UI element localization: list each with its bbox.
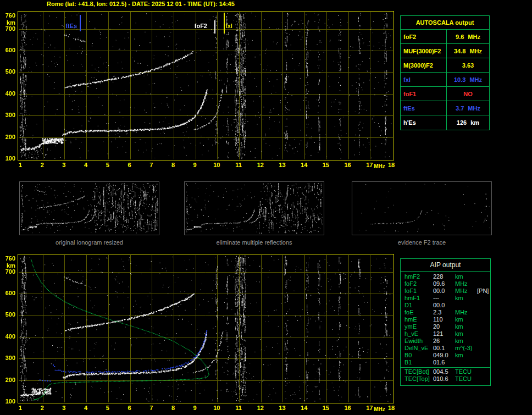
aip-unit: m^(-3) <box>455 345 477 352</box>
bottom-x-tick-10: 10 <box>211 405 222 411</box>
top-y-tick-100: 100 <box>1 155 15 162</box>
bottom-x-tick-11: 11 <box>233 405 244 411</box>
station-date-title: Rome (lat: +41.8, lon: 012.5) - DATE: 20… <box>47 1 235 7</box>
autoscala-row-label: ftEs <box>401 101 447 115</box>
aip-row-Ewidth: Ewidth26km <box>401 337 490 345</box>
aip-value: 00.0 <box>433 287 455 295</box>
aip-unit: km <box>455 330 477 337</box>
aip-row-TEC[Top]: TEC[Top]010.6TECU <box>401 375 490 383</box>
top-x-tick-1: 1 <box>15 162 26 168</box>
aip-label: hmE <box>404 316 433 323</box>
bottom-y-tick-760: 760 <box>1 255 15 262</box>
aip-row-B1: B101.6 <box>401 359 490 366</box>
autoscala-row-foF2: foF29.6MHz <box>401 30 489 44</box>
aip-output-table: AIP output hmF2228kmfoF209.6MHzfoF100.0M… <box>400 258 491 386</box>
bottom-x-tick-18: 18 <box>386 405 397 411</box>
aip-label: ymE <box>404 323 433 330</box>
aip-unit: km <box>455 316 477 323</box>
aip-row-hmE: hmE110km <box>401 316 490 323</box>
aip-label: hmF2 <box>404 273 433 280</box>
autoscala-output-table: AUTOSCALA output foF29.6MHzMUF(3000)F234… <box>400 15 490 130</box>
aip-label: h_vE <box>404 330 433 337</box>
bottom-x-tick-7: 7 <box>146 405 157 411</box>
top-x-tick-3: 3 <box>58 162 69 168</box>
autoscala-row-label: M(3000)F2 <box>401 58 447 72</box>
top-x-tick-11: 11 <box>233 162 244 168</box>
aip-unit: km <box>455 273 477 280</box>
bottom-x-tick-13: 13 <box>276 405 287 411</box>
aip-unit: TECU <box>455 375 477 383</box>
aip-label: DelN_vE <box>404 345 433 352</box>
aip-label: B0 <box>404 352 433 359</box>
aip-unit: km <box>455 352 477 359</box>
thumbnail-caption-eliminate: eliminate multiple reflections <box>184 239 324 246</box>
aip-row-B0: B0049.0km <box>401 352 490 359</box>
fxi-marker-label: fxI <box>225 23 247 29</box>
autoscala-row-fxI: fxI10.3MHz <box>401 73 489 87</box>
aip-unit <box>455 359 477 366</box>
autoscala-row-label: MUF(3000)F2 <box>401 44 447 58</box>
top-x-tick-8: 8 <box>168 162 179 168</box>
aip-unit: MHz <box>455 309 477 316</box>
top-x-tick-15: 15 <box>320 162 331 168</box>
top-x-tick-5: 5 <box>102 162 113 168</box>
aip-value: 2.3 <box>433 309 455 316</box>
autoscala-row-value: 3.7MHz <box>447 101 489 115</box>
autoscala-row-M(3000)F2: M(3000)F23.63 <box>401 58 489 73</box>
bottom-x-tick-4: 4 <box>80 405 91 411</box>
autoscala-row-MUF(3000)F2: MUF(3000)F234.8MHz <box>401 44 489 58</box>
autoscala-app-screen: Rome (lat: +41.8, lon: 012.5) - DATE: 20… <box>0 0 532 415</box>
aip-extra: [PN] <box>477 287 489 295</box>
aip-row-hmF2: hmF2228km <box>401 273 490 280</box>
autoscala-row-value: NO <box>447 87 489 101</box>
aip-row-hmF1: hmF1---km <box>401 295 490 302</box>
autoscala-row-value: 3.63 <box>447 58 489 72</box>
fof2-marker-label: foF2 <box>176 23 207 29</box>
top-y-tick-500: 500 <box>1 68 15 75</box>
autoscala-row-value: 10.3MHz <box>447 73 489 86</box>
bottom-ionogram-plot <box>18 254 394 403</box>
bottom-x-axis-unit: MHz <box>374 406 385 412</box>
top-ionogram-plot <box>18 11 394 161</box>
aip-value: 09.6 <box>433 280 455 287</box>
bottom-y-tick-100: 100 <box>1 398 15 405</box>
bottom-x-tick-5: 5 <box>102 405 113 411</box>
top-x-tick-12: 12 <box>255 162 266 168</box>
thumbnail-caption-original: original ionogram resized <box>19 239 159 246</box>
aip-value: --- <box>433 295 455 302</box>
thumbnail-caption-evidence: evidence F2 trace <box>352 239 492 246</box>
top-x-tick-4: 4 <box>80 162 91 168</box>
aip-label: B1 <box>404 359 433 366</box>
top-x-tick-6: 6 <box>124 162 135 168</box>
bottom-y-tick-400: 400 <box>1 333 15 340</box>
top-ionogram-canvas <box>18 12 394 160</box>
aip-row-h_vE: h_vE121km <box>401 330 490 337</box>
bottom-ionogram-canvas <box>18 254 394 403</box>
aip-row-TEC[Bot]: TEC[Bot]004.5TECU <box>401 367 490 375</box>
bottom-y-tick-300: 300 <box>1 355 15 361</box>
aip-label: Ewidth <box>404 337 433 345</box>
top-y-tick-700: 700 <box>1 25 15 32</box>
aip-value: 00.1 <box>433 345 455 352</box>
ftes-marker-label: ftEs <box>48 23 77 29</box>
aip-label: TEC[Bot] <box>404 368 433 375</box>
top-x-tick-2: 2 <box>37 162 48 168</box>
bottom-y-tick-200: 200 <box>1 377 15 383</box>
aip-value: 00.0 <box>433 302 455 309</box>
top-y-axis-unit: km <box>1 19 15 26</box>
bottom-x-tick-15: 15 <box>320 405 331 411</box>
aip-unit: TECU <box>455 368 477 375</box>
top-x-tick-16: 16 <box>342 162 353 168</box>
bottom-x-tick-1: 1 <box>15 405 26 411</box>
thumbnail-original-ionogram <box>19 181 159 235</box>
bottom-x-tick-9: 9 <box>190 405 201 411</box>
autoscala-row-value: 34.8MHz <box>447 44 489 58</box>
top-y-tick-600: 600 <box>1 47 15 53</box>
autoscala-row-label: foF2 <box>401 30 447 43</box>
aip-label: foF2 <box>404 280 433 287</box>
thumbnail-f2-trace <box>352 181 492 235</box>
thumbnail-f2-canvas <box>352 182 491 235</box>
aip-value: 20 <box>433 323 455 330</box>
aip-value: 004.5 <box>433 368 455 375</box>
aip-unit: MHz <box>455 280 477 287</box>
